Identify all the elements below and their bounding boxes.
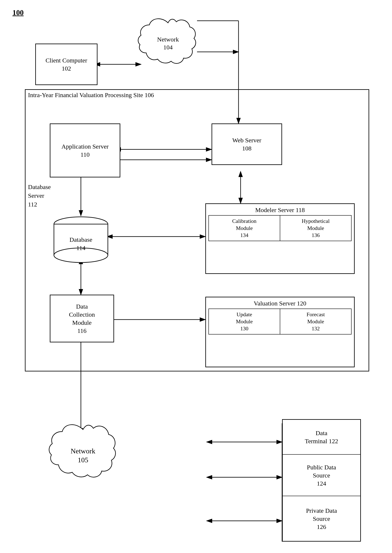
svg-text:114: 114 (76, 244, 85, 251)
data-terminal-box: DataTerminal 122 (282, 419, 361, 454)
valuation-modules: UpdateModule130 ForecastModule132 (209, 309, 351, 334)
private-data-label: Private DataSource 126 (306, 507, 337, 531)
data-terminal-label: DataTerminal 122 (305, 429, 338, 445)
calibration-module: CalibrationModule134 (209, 215, 280, 241)
data-collection-number: 116 (77, 327, 86, 334)
db-server-number: 112 (28, 201, 37, 208)
public-data-label: Public DataSource 124 (307, 463, 336, 487)
calibration-number: 134 (240, 232, 248, 238)
data-collection-box: DataCollectionModule 116 (50, 295, 114, 342)
ref-number: 100 (13, 8, 24, 17)
svg-text:Network: Network (157, 36, 179, 43)
svg-text:Network: Network (71, 447, 95, 455)
svg-text:105: 105 (78, 456, 88, 464)
database-cylinder: Database 114 (51, 216, 111, 263)
modeler-server-title: Modeler Server 118 (206, 206, 354, 213)
diagram-root: 100 (13, 8, 378, 548)
application-server-box: Application Server 110 (50, 123, 120, 177)
client-computer-label: Client Computer (46, 57, 87, 64)
valuation-server-title: Valuation Server 120 (206, 300, 354, 307)
forecast-module: ForecastModule132 (280, 309, 351, 334)
database-server-label-area: DatabaseServer 112 (28, 183, 51, 209)
update-module: UpdateModule130 (209, 309, 280, 334)
public-data-number: 124 (317, 480, 326, 487)
network-104-cloud: Network 104 (137, 14, 199, 73)
private-data-box: Private DataSource 126 (282, 496, 361, 542)
modeler-modules: CalibrationModule134 HypotheticalModule1… (209, 215, 351, 241)
client-computer-box: Client Computer 102 (35, 43, 98, 85)
hypothetical-number: 136 (312, 232, 320, 238)
modeler-server-number: 118 (296, 206, 305, 213)
modeler-server-box: Modeler Server 118 CalibrationModule134 … (205, 203, 355, 274)
forecast-number: 132 (312, 326, 320, 332)
application-server-label: Application Server (61, 143, 108, 150)
private-data-number: 126 (317, 523, 326, 530)
svg-text:104: 104 (163, 44, 173, 51)
network-105-cloud: Network 105 (48, 419, 118, 490)
public-data-box: Public DataSource 124 (282, 454, 361, 496)
web-server-number: 108 (242, 145, 252, 152)
site-label: Intra-Year Financial Valuation Processin… (28, 92, 154, 99)
update-number: 130 (240, 326, 248, 332)
valuation-server-box: Valuation Server 120 UpdateModule130 For… (205, 297, 355, 367)
application-server-number: 110 (80, 151, 90, 158)
web-server-label: Web Server (232, 137, 261, 144)
valuation-server-number: 120 (297, 300, 306, 307)
hypothetical-module: HypotheticalModule136 (280, 215, 351, 241)
svg-text:Database: Database (70, 236, 92, 243)
db-server-label: DatabaseServer (28, 184, 51, 199)
client-computer-number: 102 (62, 65, 71, 72)
web-server-box: Web Server 108 (211, 123, 282, 165)
